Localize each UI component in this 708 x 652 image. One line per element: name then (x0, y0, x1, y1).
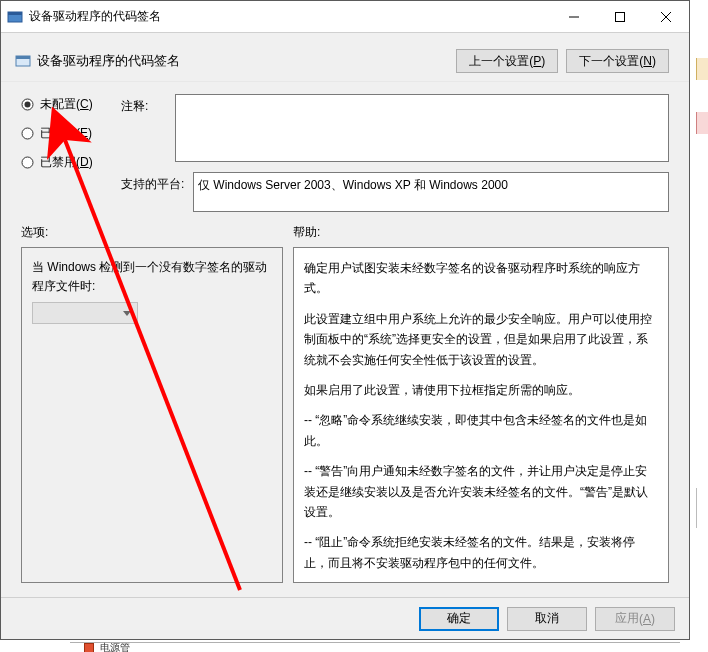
maximize-button[interactable] (597, 1, 643, 33)
help-p1: 确定用户试图安装未经数字签名的设备驱动程序时系统的响应方式。 (304, 258, 658, 299)
help-p2: 此设置建立组中用户系统上允许的最少安全响应。用户可以使用控制面板中的“系统”选择… (304, 309, 658, 370)
help-p6: -- “阻止”命令系统拒绝安装未经签名的文件。结果是，安装将停止，而且将不安装驱… (304, 532, 658, 573)
prev-setting-button[interactable]: 上一个设置(P) (456, 49, 558, 73)
options-text: 当 Windows 检测到一个没有数字签名的驱动程序文件时: (32, 258, 272, 296)
radio-enabled[interactable]: 已启用(E) (21, 125, 121, 142)
bg-row: 电源管 (70, 642, 680, 652)
bg-row-icon (84, 643, 94, 653)
close-button[interactable] (643, 1, 689, 33)
bg-row-label: 电源管 (100, 641, 130, 653)
header: 设备驱动程序的代码签名 上一个设置(P) 下一个设置(N) (1, 33, 689, 82)
platform-box: 仅 Windows Server 2003、Windows XP 和 Windo… (193, 172, 669, 212)
footer: 确定 取消 应用(A) (1, 597, 689, 639)
bg-stripe (696, 58, 708, 80)
svg-point-10 (22, 128, 33, 139)
options-label: 选项: (21, 224, 293, 241)
svg-point-11 (22, 157, 33, 168)
cancel-button[interactable]: 取消 (507, 607, 587, 631)
help-label: 帮助: (293, 224, 669, 241)
platform-label: 支持的平台: (121, 172, 193, 212)
help-p4: -- “忽略”命令系统继续安装，即使其中包含未经签名的文件也是如此。 (304, 410, 658, 451)
window-title: 设备驱动程序的代码签名 (29, 8, 551, 25)
comment-textarea[interactable] (175, 94, 669, 162)
radio-unconfigured[interactable]: 未配置(C) (21, 96, 121, 113)
ok-button[interactable]: 确定 (419, 607, 499, 631)
policy-icon (15, 53, 31, 69)
apply-button[interactable]: 应用(A) (595, 607, 675, 631)
comment-label: 注释: (121, 94, 175, 166)
svg-rect-3 (616, 12, 625, 21)
help-p5: -- “警告”向用户通知未经数字签名的文件，并让用户决定是停止安装还是继续安装以… (304, 461, 658, 522)
window-icon (7, 9, 23, 25)
svg-point-9 (25, 102, 31, 108)
bg-stripe (696, 488, 708, 528)
state-radio-group: 未配置(C) 已启用(E) 已禁用(D) (21, 94, 121, 212)
options-panel: 当 Windows 检测到一个没有数字签名的驱动程序文件时: (21, 247, 283, 583)
radio-disabled[interactable]: 已禁用(D) (21, 154, 121, 171)
help-panel: 确定用户试图安装未经数字签名的设备驱动程序时系统的响应方式。 此设置建立组中用户… (293, 247, 669, 583)
help-p3: 如果启用了此设置，请使用下拉框指定所需的响应。 (304, 380, 658, 400)
svg-rect-1 (8, 12, 22, 15)
header-title: 设备驱动程序的代码签名 (37, 52, 456, 70)
titlebar: 设备驱动程序的代码签名 (1, 1, 689, 33)
svg-rect-7 (16, 56, 30, 59)
response-dropdown[interactable] (32, 302, 138, 324)
next-setting-button[interactable]: 下一个设置(N) (566, 49, 669, 73)
bg-stripe (696, 112, 708, 134)
minimize-button[interactable] (551, 1, 597, 33)
